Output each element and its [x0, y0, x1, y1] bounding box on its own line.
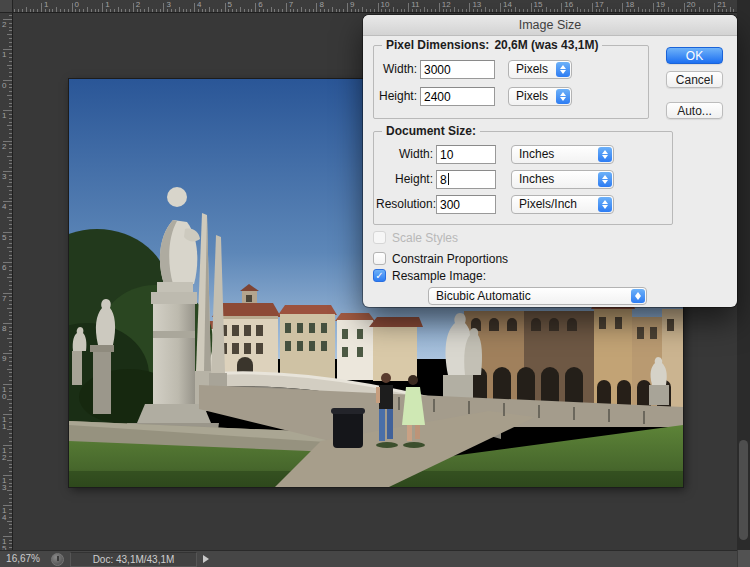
ruler-top[interactable]: 10123456789101112131415161718192021 — [13, 0, 737, 13]
ruler-number: 6 — [2, 264, 6, 271]
ruler-tick — [41, 3, 42, 12]
ruler-tick — [274, 9, 275, 12]
ruler-tick — [118, 7, 119, 12]
vertical-scrollbar-thumb[interactable] — [739, 440, 748, 540]
ruler-tick — [9, 319, 12, 320]
ruler-tick — [18, 9, 19, 12]
ruler-tick — [7, 65, 12, 66]
window-resize-corner[interactable] — [737, 550, 750, 567]
ruler-tick — [106, 9, 107, 12]
ruler-tick — [9, 213, 12, 214]
px-width-unit-select[interactable]: Pixels — [508, 60, 572, 79]
resolution-unit-select[interactable]: Pixels/Inch — [511, 195, 614, 214]
document-size-status[interactable]: Doc: 43,1M/43,1M — [70, 552, 197, 567]
ruler-tick — [584, 9, 585, 12]
ruler-tick — [221, 9, 222, 12]
ruler-tick — [301, 7, 302, 12]
resolution-input[interactable] — [436, 195, 496, 214]
ruler-tick — [114, 9, 115, 12]
ruler-tick — [179, 7, 180, 12]
ruler-tick — [9, 315, 12, 316]
ruler-tick — [9, 524, 12, 525]
ruler-left[interactable]: 2101234567891 01 11 21 31 41 5 — [0, 13, 13, 550]
ruler-number: 2 — [136, 1, 140, 9]
ruler-tick — [687, 9, 688, 12]
ruler-tick — [9, 483, 12, 484]
ruler-tick — [439, 3, 440, 12]
ruler-tick — [9, 281, 12, 282]
ruler-tick — [7, 308, 12, 309]
ruler-tick — [504, 9, 505, 12]
ruler-tick — [710, 9, 711, 12]
ruler-tick — [9, 502, 12, 503]
ruler-tick — [9, 122, 12, 123]
ruler-tick — [297, 9, 298, 12]
ruler-number: 1 — [44, 1, 48, 9]
ruler-tick — [9, 334, 12, 335]
ruler-tick — [443, 9, 444, 12]
ruler-tick — [722, 9, 723, 12]
status-indicator-icon[interactable] — [51, 553, 64, 566]
ruler-number: 1 — [2, 112, 6, 119]
ruler-number: 10 — [381, 1, 390, 9]
ruler-tick — [9, 304, 12, 305]
ruler-tick — [9, 61, 12, 62]
ruler-tick — [9, 236, 12, 237]
ruler-tick — [9, 528, 12, 529]
ruler-tick — [156, 9, 157, 12]
ruler-tick — [385, 9, 386, 12]
px-height-input[interactable] — [420, 87, 495, 106]
ruler-tick — [9, 479, 12, 480]
ruler-tick — [98, 9, 99, 12]
ruler-tick — [7, 247, 12, 248]
doc-width-input[interactable] — [436, 145, 496, 164]
ruler-number: 3 — [2, 173, 6, 180]
dialog-title-bar[interactable]: Image Size — [363, 15, 737, 36]
ruler-tick — [152, 9, 153, 12]
px-height-unit-select[interactable]: Pixels — [508, 87, 572, 106]
cancel-button[interactable]: Cancel — [666, 71, 723, 88]
ruler-tick — [244, 9, 245, 12]
ruler-number: 0 — [75, 1, 79, 9]
ruler-tick — [9, 509, 12, 510]
ruler-number: 1 4 — [2, 507, 6, 521]
doc-width-unit-select[interactable]: Inches — [511, 145, 614, 164]
ruler-tick — [450, 9, 451, 12]
px-width-input[interactable] — [420, 60, 495, 79]
ruler-number: 1 3 — [2, 477, 6, 491]
ruler-tick — [255, 3, 256, 12]
resample-image-checkbox[interactable]: ✓ — [373, 269, 386, 282]
ruler-tick — [580, 9, 581, 12]
ruler-number: 18 — [625, 1, 634, 9]
zoom-level-field[interactable]: 16,67% — [6, 551, 40, 567]
ruler-tick — [9, 87, 12, 88]
ruler-tick — [481, 9, 482, 12]
ok-button[interactable]: OK — [666, 47, 723, 64]
ruler-tick — [9, 270, 12, 271]
ruler-tick — [420, 9, 421, 12]
doc-height-unit-select[interactable]: Inches — [511, 170, 614, 189]
ruler-tick — [320, 9, 321, 12]
ruler-tick — [125, 9, 126, 12]
ruler-tick — [68, 9, 69, 12]
auto-button[interactable]: Auto... — [666, 102, 723, 119]
ruler-tick — [9, 391, 12, 392]
ruler-number: 0 — [2, 82, 6, 89]
ruler-tick — [9, 46, 12, 47]
ruler-tick — [500, 3, 501, 12]
doc-height-input[interactable] — [436, 170, 496, 189]
ruler-tick — [30, 9, 31, 12]
resample-method-select[interactable]: Bicubic Automatic — [428, 287, 647, 305]
ruler-tick — [454, 7, 455, 12]
ruler-tick — [645, 9, 646, 12]
status-flyout-arrow-icon[interactable] — [203, 555, 209, 563]
ruler-tick — [190, 9, 191, 12]
ruler-corner[interactable] — [0, 0, 13, 13]
ruler-tick — [707, 9, 708, 12]
ruler-tick — [9, 471, 12, 472]
vertical-scrollbar-track[interactable] — [737, 0, 750, 550]
ruler-tick — [205, 9, 206, 12]
constrain-proportions-checkbox[interactable] — [373, 252, 386, 265]
ruler-tick — [290, 9, 291, 12]
ruler-tick — [186, 9, 187, 12]
